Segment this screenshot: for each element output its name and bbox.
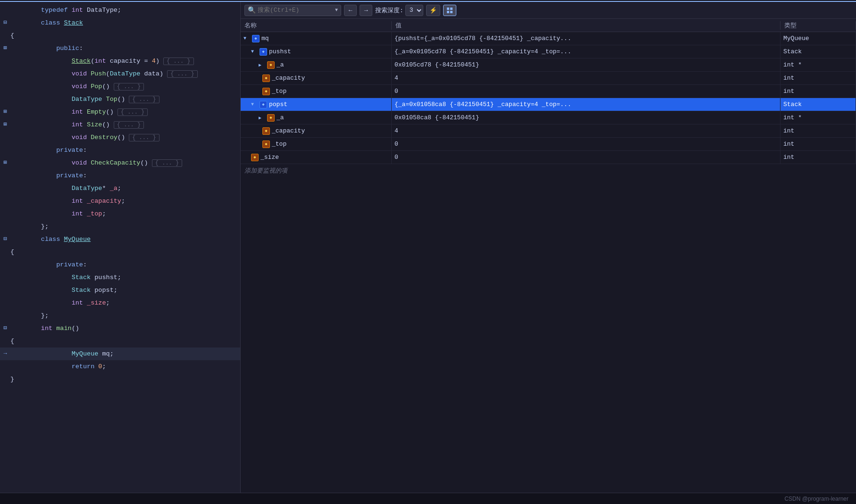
gutter-collapse-9[interactable]: ⊞: [0, 106, 10, 118]
watch-cell-pushst-top-value: 0: [392, 85, 780, 98]
watch-row-popst-a[interactable]: ▶ ◆ _a 0x01058ca8 {-842150451} int *: [241, 111, 856, 124]
code-line-30: }: [0, 373, 240, 386]
var-icon-popst-top: ◆: [262, 140, 270, 148]
main-layout: typedef int DataType; ⊟ class Stack { ⊞ …: [0, 2, 856, 493]
expand-icon-mq[interactable]: ▼: [243, 36, 250, 41]
watch-cell-popst-name: ▼ ◆ popst: [241, 98, 392, 111]
watch-cell-popst-capacity-value: 4: [392, 124, 780, 137]
add-watch-text: 添加要监视的项: [244, 166, 287, 175]
add-watch-row[interactable]: 添加要监视的项: [241, 164, 856, 177]
var-name-popst-top: _top: [272, 140, 286, 148]
var-icon-mq: ◆: [252, 35, 260, 42]
expand-icon-popst-a[interactable]: ▶: [259, 115, 265, 121]
search-input[interactable]: [258, 7, 333, 14]
gutter-collapse-4[interactable]: ⊞: [0, 42, 10, 55]
watch-cell-size-type: int: [780, 151, 856, 164]
watch-row-popst-top[interactable]: ◆ _top 0 int: [241, 138, 856, 151]
watch-cell-pushst-capacity-type: int: [780, 72, 856, 84]
gutter-28: →: [0, 347, 10, 360]
watch-cell-pushst-a-type: int *: [780, 58, 856, 71]
watch-row-mq[interactable]: ▼ ◆ mq {pushst={_a=0x0105cd78 {-84215045…: [241, 32, 856, 45]
var-name-size: _size: [260, 154, 279, 161]
var-name-pushst-a: _a: [277, 61, 284, 68]
back-button[interactable]: ←: [344, 5, 357, 16]
var-name-popst-capacity: _capacity: [272, 127, 305, 134]
watch-cell-pushst-capacity-name: ◆ _capacity: [241, 72, 392, 84]
watch-row-pushst[interactable]: ▼ ◆ pushst {_a=0x0105cd78 {-842150451} _…: [241, 45, 856, 58]
watch-cell-pushst-name: ▼ ◆ pushst: [241, 45, 392, 58]
gutter-collapse-26[interactable]: ⊟: [0, 322, 10, 335]
var-icon-pushst-capacity: ◆: [262, 74, 270, 82]
watch-cell-popst-top-value: 0: [392, 138, 780, 150]
gutter-collapse-13[interactable]: ⊞: [0, 157, 10, 169]
var-icon-popst: ◆: [260, 101, 267, 108]
watch-cell-popst-top-name: ◆ _top: [241, 138, 392, 150]
watch-cell-popst-a-name: ▶ ◆ _a: [241, 111, 392, 124]
watch-row-popst-capacity[interactable]: ◆ _capacity 4 int: [241, 124, 856, 138]
var-name-pushst-capacity: _capacity: [272, 74, 305, 82]
watch-row-pushst-a[interactable]: ▶ ◆ _a 0x0105cd78 {-842150451} int *: [241, 58, 856, 72]
grid-icon: [446, 7, 453, 14]
code-line-26: ⊟ int main(): [0, 322, 240, 335]
watch-row-size[interactable]: ◆ _size 0 int: [241, 151, 856, 164]
header-value: 值: [392, 21, 780, 30]
watch-cell-popst-top-type: int: [780, 138, 856, 150]
code-line-2: ⊟ class Stack: [0, 17, 240, 29]
gutter-collapse-2[interactable]: ⊟: [0, 17, 10, 29]
header-type: 类型: [780, 21, 856, 30]
watch-cell-pushst-type: Stack: [780, 45, 856, 58]
expand-icon-popst[interactable]: ▼: [251, 102, 258, 107]
depth-label: 搜索深度:: [375, 6, 403, 15]
watch-cell-size-value: 0: [392, 151, 780, 164]
var-name-popst-a: _a: [277, 114, 284, 121]
var-name-pushst: pushst: [269, 48, 291, 55]
watch-cell-popst-a-value: 0x01058ca8 {-842150451}: [392, 111, 780, 124]
var-icon-popst-a: ◆: [267, 114, 275, 122]
gutter-collapse-10[interactable]: ⊞: [0, 118, 10, 131]
watch-cell-popst-capacity-type: int: [780, 124, 856, 137]
svg-rect-3: [450, 11, 453, 13]
watch-cell-size-name: ◆ _size: [241, 151, 392, 164]
var-name-popst: popst: [269, 101, 287, 108]
var-icon-pushst-top: ◆: [262, 88, 270, 95]
var-icon-pushst-a: ◆: [267, 61, 275, 69]
var-icon-pushst: ◆: [260, 48, 267, 56]
search-box[interactable]: 🔍 ▼: [244, 5, 341, 16]
var-name-mq: mq: [261, 35, 269, 42]
watch-cell-mq-name: ▼ ◆ mq: [241, 32, 392, 45]
watch-row-pushst-capacity[interactable]: ◆ _capacity 4 int: [241, 72, 856, 85]
gutter-collapse-19[interactable]: ⊟: [0, 233, 10, 246]
watch-panel: 🔍 ▼ ← → 搜索深度: 3 1 2 4 5 ⚡: [241, 2, 856, 493]
watch-cell-popst-value: {_a=0x01058ca8 {-842150451} _capacity=4 …: [392, 98, 780, 111]
search-icon: 🔍: [248, 6, 256, 14]
grid-button[interactable]: [443, 5, 456, 16]
watch-row-pushst-top[interactable]: ◆ _top 0 int: [241, 85, 856, 98]
watch-cell-pushst-value: {_a=0x0105cd78 {-842150451} _capacity=4 …: [392, 45, 780, 58]
code-line-19: ⊟ class MyQueue: [0, 233, 240, 246]
watch-cell-mq-type: MyQueue: [780, 32, 856, 45]
svg-rect-1: [450, 8, 453, 10]
watch-cell-pushst-top-type: int: [780, 85, 856, 98]
header-name: 名称: [241, 21, 392, 30]
depth-select[interactable]: 3 1 2 4 5: [405, 5, 423, 16]
depth-control: 搜索深度: 3 1 2 4 5: [375, 5, 423, 16]
watch-cell-pushst-a-value: 0x0105cd78 {-842150451}: [392, 58, 780, 71]
watch-cell-pushst-top-name: ◆ _top: [241, 85, 392, 98]
forward-button[interactable]: →: [360, 5, 372, 16]
watch-cell-popst-type: Stack: [780, 98, 856, 111]
watch-cell-pushst-capacity-value: 4: [392, 72, 780, 84]
var-icon-size: ◆: [251, 154, 259, 161]
bottom-bar: CSDN @program-learner: [0, 493, 856, 504]
watch-rows: ▼ ◆ mq {pushst={_a=0x0105cd78 {-84215045…: [241, 32, 856, 493]
var-icon-popst-capacity: ◆: [262, 127, 270, 135]
watch-cell-pushst-a-name: ▶ ◆ _a: [241, 58, 392, 71]
search-dropdown-icon[interactable]: ▼: [335, 8, 338, 13]
watch-cell-popst-a-type: int *: [780, 111, 856, 124]
watermark: CSDN @program-learner: [784, 496, 848, 502]
watch-row-popst[interactable]: ▼ ◆ popst {_a=0x01058ca8 {-842150451} _c…: [241, 98, 856, 111]
watch-cell-popst-capacity-name: ◆ _capacity: [241, 124, 392, 137]
expand-icon-pushst[interactable]: ▼: [251, 49, 258, 54]
expand-icon-pushst-a[interactable]: ▶: [259, 62, 265, 68]
filter-button[interactable]: ⚡: [426, 5, 440, 16]
type-stack: Stack: [64, 19, 83, 26]
